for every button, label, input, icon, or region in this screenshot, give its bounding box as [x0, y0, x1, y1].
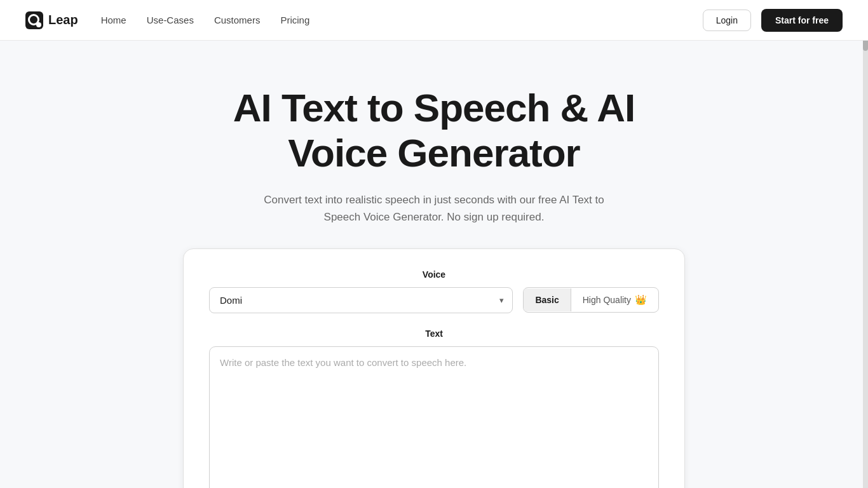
- text-area-section: Text: [209, 329, 659, 488]
- text-input[interactable]: [209, 346, 659, 488]
- crown-icon: 👑: [635, 294, 647, 306]
- quality-hq-button[interactable]: High Quality 👑: [571, 288, 658, 312]
- voice-label: Voice: [209, 269, 659, 280]
- nav-item-use-cases[interactable]: Use-Cases: [147, 15, 194, 26]
- hero-title: AI Text to Speech & AI Voice Generator: [212, 85, 656, 176]
- quality-basic-button[interactable]: Basic: [524, 288, 570, 311]
- brand-name: Leap: [48, 13, 78, 27]
- scrollbar[interactable]: [863, 0, 868, 488]
- navbar-left: Leap Home Use-Cases Customers Pricing: [25, 11, 309, 29]
- nav-links: Home Use-Cases Customers Pricing: [101, 15, 310, 26]
- nav-item-customers[interactable]: Customers: [214, 15, 261, 26]
- start-for-free-button[interactable]: Start for free: [761, 9, 843, 32]
- quality-toggle: Basic High Quality 👑: [523, 287, 659, 313]
- text-label: Text: [209, 329, 659, 339]
- voice-row: Domi Aria Marcus Luna Echo ▾ Basic High …: [209, 287, 659, 313]
- logo-icon: [25, 11, 43, 29]
- navbar-right: Login Start for free: [703, 9, 843, 32]
- navbar: Leap Home Use-Cases Customers Pricing Lo…: [0, 0, 868, 41]
- hero-subtitle: Convert text into realistic speech in ju…: [256, 191, 612, 226]
- login-button[interactable]: Login: [703, 10, 751, 31]
- nav-item-home[interactable]: Home: [101, 15, 126, 26]
- voice-select[interactable]: Domi Aria Marcus Luna Echo: [209, 287, 513, 313]
- tool-card: Voice Domi Aria Marcus Luna Echo ▾ Basic…: [183, 248, 685, 488]
- nav-link-customers[interactable]: Customers: [214, 15, 261, 25]
- quality-hq-label: High Quality: [583, 295, 631, 305]
- hero-section: AI Text to Speech & AI Voice Generator C…: [0, 41, 868, 488]
- nav-item-pricing[interactable]: Pricing: [280, 15, 309, 26]
- logo-link[interactable]: Leap: [25, 11, 78, 29]
- nav-link-use-cases[interactable]: Use-Cases: [147, 15, 194, 25]
- nav-link-home[interactable]: Home: [101, 15, 126, 25]
- nav-link-pricing[interactable]: Pricing: [280, 15, 309, 25]
- voice-select-wrapper: Domi Aria Marcus Luna Echo ▾: [209, 287, 513, 313]
